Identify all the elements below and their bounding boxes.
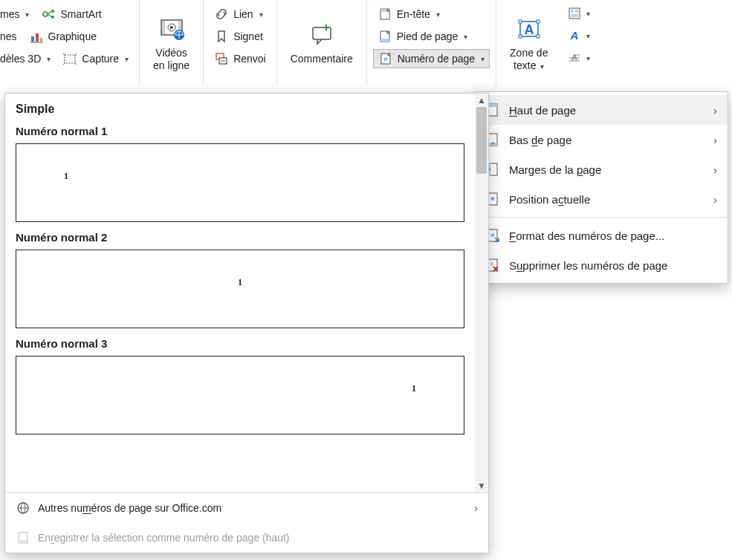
chart-button[interactable]: Graphique: [25, 27, 101, 45]
text-box-icon: A: [514, 14, 544, 44]
gallery-save-selection-label: Enregistrer la sélection comme numéro de…: [38, 532, 290, 544]
shapes-button[interactable]: mes ▾: [0, 7, 33, 22]
models3d-label: dèles 3D: [0, 53, 41, 65]
chevron-right-icon: ›: [713, 104, 717, 117]
gallery-option-title: Numéro normal 1: [16, 125, 464, 137]
menu-page-margins-label: Marges de la page: [509, 163, 601, 176]
icons-button[interactable]: nes: [0, 29, 22, 44]
svg-rect-23: [519, 20, 522, 23]
group-media: Vidéos en ligne: [140, 0, 204, 85]
svg-rect-29: [575, 10, 578, 13]
gallery-option-normal-3[interactable]: 1: [16, 356, 464, 434]
svg-rect-4: [36, 33, 39, 42]
header-button[interactable]: En-tête ▾: [373, 5, 444, 23]
quick-parts-button[interactable]: ▾: [564, 4, 593, 22]
wordart-button[interactable]: A ▾: [564, 27, 593, 45]
page-number-icon: #: [378, 51, 393, 66]
smartart-button[interactable]: SmartArt: [36, 5, 106, 23]
menu-current-position-label: Position actuelle: [509, 193, 590, 206]
gallery-option-title: Numéro normal 2: [16, 231, 464, 244]
sample-number: 1: [412, 383, 416, 394]
menu-divider: [475, 217, 728, 218]
page-number-menu: Haut de page › # Bas de page › # Marges …: [474, 91, 728, 284]
crossreference-icon: [214, 51, 229, 66]
gallery-save-selection: Enregistrer la sélection comme numéro de…: [5, 523, 488, 553]
crossreference-button[interactable]: Renvoi: [210, 50, 271, 68]
shapes-label: mes: [0, 8, 19, 20]
comment-icon: [307, 20, 337, 50]
svg-rect-14: [313, 27, 331, 39]
chevron-down-icon: ▾: [481, 55, 485, 63]
scroll-thumb[interactable]: [476, 107, 487, 174]
comment-button[interactable]: Commentaire: [283, 16, 360, 70]
gallery-option-normal-1[interactable]: 1: [16, 143, 464, 222]
video-icon: [157, 14, 187, 44]
gallery-more-office[interactable]: Autres numéros de page sur Office.com ›: [5, 493, 488, 523]
group-text-extras: ▾ A ▾ A ▾: [561, 0, 596, 85]
icons-label: nes: [0, 30, 17, 42]
gallery-option-normal-2[interactable]: 1: [16, 250, 464, 328]
chevron-down-icon: ▾: [464, 33, 467, 41]
save-selection-icon: [16, 530, 30, 545]
menu-remove-page-numbers[interactable]: # Supprimer les numéros de page: [475, 250, 728, 280]
scroll-down-icon[interactable]: ▼: [475, 479, 488, 492]
screenshot-button[interactable]: Capture ▾: [58, 50, 133, 68]
gallery-scrollbar[interactable]: ▲ ▼: [475, 94, 488, 492]
group-comments: Commentaire: [277, 0, 367, 85]
svg-rect-28: [571, 10, 574, 13]
header-label: En-tête: [397, 8, 430, 20]
header-icon: [378, 7, 392, 22]
online-videos-label: Vidéos en ligne: [153, 47, 190, 72]
gallery-footer: Autres numéros de page sur Office.com › …: [5, 492, 488, 553]
group-header-footer: En-tête ▾ Pied de page ▾ # Numéro de pag…: [367, 0, 496, 85]
chevron-down-icon: ▾: [586, 32, 590, 40]
menu-bottom-of-page-label: Bas de page: [509, 134, 571, 146]
smartart-label: SmartArt: [60, 8, 101, 20]
chevron-right-icon: ›: [713, 134, 717, 146]
svg-rect-8: [161, 20, 165, 35]
menu-format-page-numbers[interactable]: # Format des numéros de page...: [475, 221, 728, 250]
svg-rect-6: [65, 55, 75, 63]
svg-text:#: #: [491, 232, 495, 238]
online-videos-button[interactable]: Vidéos en ligne: [146, 10, 197, 76]
svg-text:A: A: [571, 53, 577, 62]
svg-rect-24: [537, 20, 540, 23]
comment-label: Commentaire: [291, 53, 353, 65]
menu-top-of-page[interactable]: Haut de page ›: [475, 95, 728, 125]
wordart-icon: A: [567, 28, 582, 43]
menu-bottom-of-page[interactable]: # Bas de page ›: [475, 125, 728, 154]
gallery-option-title: Numéro normal 3: [16, 337, 464, 350]
bookmark-button[interactable]: Signet: [210, 27, 268, 45]
models3d-button[interactable]: dèles 3D ▾: [0, 51, 55, 66]
group-links: Lien ▾ Signet Renvoi: [204, 0, 277, 85]
chevron-down-icon: ▾: [436, 10, 440, 19]
svg-rect-3: [31, 36, 34, 42]
page-number-label: Numéro de page: [398, 53, 475, 65]
svg-rect-30: [571, 14, 578, 17]
text-box-button[interactable]: A Zone de texte ▾: [502, 10, 555, 76]
footer-button[interactable]: Pied de page ▾: [373, 27, 473, 45]
bookmark-label: Signet: [233, 30, 263, 42]
text-box-label: Zone de texte ▾: [510, 47, 548, 72]
page-number-button[interactable]: # Numéro de page ▾: [373, 49, 490, 68]
chevron-down-icon: ▾: [540, 62, 544, 71]
hyperlink-button[interactable]: Lien ▾: [210, 5, 267, 23]
globe-icon: [16, 501, 30, 515]
bookmark-icon: [214, 29, 229, 44]
chevron-down-icon: ▾: [125, 55, 129, 63]
drop-cap-button[interactable]: A ▾: [564, 49, 593, 67]
menu-top-of-page-label: Haut de page: [509, 104, 576, 117]
svg-text:A: A: [570, 29, 579, 42]
menu-remove-page-numbers-label: Supprimer les numéros de page: [509, 259, 667, 272]
scroll-up-icon[interactable]: ▲: [475, 94, 488, 107]
menu-page-margins[interactable]: # Marges de la page ›: [475, 154, 728, 184]
chart-icon: [29, 29, 44, 44]
quick-parts-icon: [567, 6, 582, 21]
footer-icon: [378, 29, 392, 44]
gallery-more-office-label: Autres numéros de page sur Office.com: [38, 502, 221, 514]
chevron-down-icon: ▾: [47, 55, 51, 63]
svg-text:#: #: [490, 261, 493, 267]
svg-rect-26: [537, 35, 540, 38]
svg-text:#: #: [383, 56, 387, 63]
menu-current-position[interactable]: # Position actuelle ›: [475, 184, 728, 214]
